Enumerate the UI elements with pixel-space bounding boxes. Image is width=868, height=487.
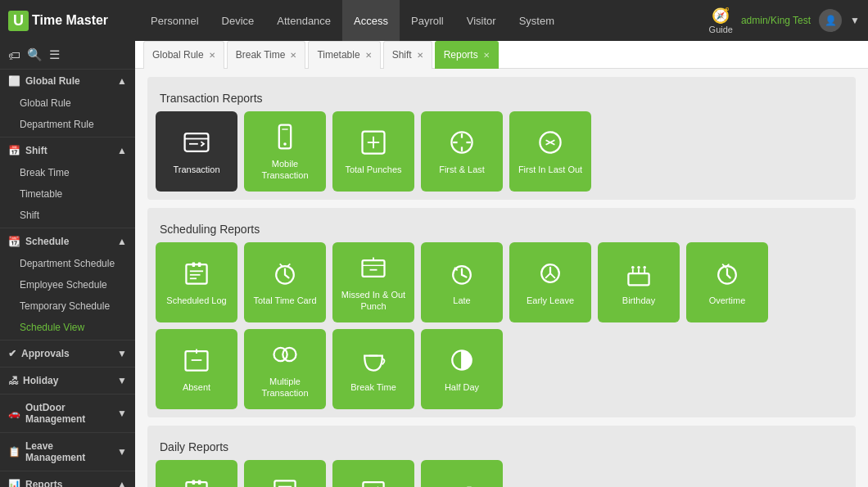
svg-rect-19	[192, 262, 196, 266]
sidebar-item-tempschedule[interactable]: Temporary Schedule	[0, 295, 135, 317]
reports-label: Reports	[25, 479, 62, 487]
multiple-transaction-label: Multiple Transaction	[248, 377, 322, 398]
card-scheduled-log[interactable]: Scheduled Log	[156, 242, 237, 322]
tab-timetable-label: Timetable	[317, 49, 359, 61]
tag-icon[interactable]: 🏷	[8, 48, 20, 62]
approvals-chevron: ▼	[117, 348, 127, 359]
schedule-chevron: ▲	[117, 236, 127, 247]
sidebar-item-empschedule[interactable]: Employee Schedule	[0, 274, 135, 295]
tab-reports-close[interactable]: ✕	[483, 51, 490, 60]
search-icon[interactable]: 🔍	[27, 47, 43, 62]
user-info[interactable]: admin/King Test	[741, 15, 811, 26]
sidebar-item-globalrule[interactable]: Global Rule	[0, 92, 135, 114]
nav-attendance[interactable]: Attendance	[265, 0, 342, 41]
sidebar-item-breaktime[interactable]: Break Time	[0, 162, 135, 183]
nav-device[interactable]: Device	[210, 0, 266, 41]
nav-visitor[interactable]: Visitor	[455, 0, 508, 41]
card-multiple-transaction[interactable]: Multiple Transaction	[244, 329, 326, 409]
missed-in-out-label: Missed In & Out Punch	[337, 290, 410, 311]
card-daily-summary[interactable]: Daily Summary	[332, 460, 414, 487]
leave-chevron: ▼	[117, 446, 127, 458]
guide-label: Guide	[709, 25, 733, 34]
nav-payroll[interactable]: Payroll	[400, 0, 455, 41]
late-icon	[447, 259, 477, 291]
outdoor-label: OutDoor Management	[25, 402, 112, 425]
total-time-card-icon	[270, 259, 300, 291]
first-last-label: First & Last	[439, 165, 485, 175]
card-late[interactable]: Late	[421, 242, 503, 322]
divider-5	[0, 394, 135, 395]
user-avatar[interactable]: 👤	[819, 9, 842, 32]
tab-shift-close[interactable]: ✕	[417, 51, 423, 60]
nav-personnel[interactable]: Personnel	[139, 0, 210, 41]
sidebar-header-approvals[interactable]: ✔ Approvals ▼	[0, 342, 135, 365]
sidebar-header-holiday[interactable]: 🏖 Holiday ▼	[0, 369, 135, 392]
content-area: Transaction Reports Transaction	[135, 69, 868, 487]
card-overtime[interactable]: Overtime	[686, 242, 768, 322]
sidebar-header-reports[interactable]: 📊 Reports ▲	[0, 473, 135, 487]
first-in-last-out-icon	[536, 128, 565, 160]
card-daily-status[interactable]: Daily Status	[421, 460, 503, 487]
user-dropdown-icon[interactable]: ▼	[850, 15, 860, 26]
card-break-time[interactable]: Break Time	[332, 329, 414, 409]
tab-breaktime-label: Break Time	[236, 49, 286, 61]
tab-globalrule-close[interactable]: ✕	[209, 51, 215, 60]
sidebar-item-departmentrule[interactable]: Department Rule	[0, 114, 135, 135]
logo-text: Time Master	[32, 13, 108, 28]
svg-rect-51	[192, 480, 196, 484]
sidebar-item-shift[interactable]: Shift	[0, 205, 135, 226]
guide-icon: 🧭	[712, 7, 730, 25]
sidebar-item-timetable[interactable]: Timetable	[0, 183, 135, 205]
tab-shift-label: Shift	[392, 49, 412, 61]
guide-button[interactable]: 🧭 Guide	[709, 7, 733, 34]
nav-access[interactable]: Access	[342, 0, 400, 41]
outdoor-icon: 🚗	[8, 408, 20, 419]
card-absent[interactable]: Absent	[156, 329, 237, 409]
card-first-in-last-out[interactable]: First In Last Out	[509, 111, 591, 192]
top-nav: U Time Master Personnel Device Attendanc…	[0, 0, 868, 41]
sidebar-top: 🏷 🔍 ☰	[0, 41, 135, 70]
tab-globalrule[interactable]: Global Rule ✕	[143, 41, 224, 69]
tab-breaktime[interactable]: Break Time ✕	[227, 41, 306, 69]
tab-shift[interactable]: Shift ✕	[383, 41, 432, 69]
missed-in-out-icon	[359, 253, 388, 285]
card-total-punches[interactable]: Total Punches	[332, 111, 414, 192]
tab-breaktime-close[interactable]: ✕	[290, 51, 296, 60]
logo-area: U Time Master	[8, 11, 123, 31]
divider-1	[0, 137, 135, 138]
sidebar-header-leave[interactable]: 📋 Leave Management ▼	[0, 435, 135, 469]
list-icon[interactable]: ☰	[49, 47, 60, 62]
break-time-label: Break Time	[350, 382, 396, 393]
card-birthday[interactable]: Birthday	[598, 242, 680, 322]
sidebar-header-schedule[interactable]: 📆 Schedule ▲	[0, 230, 135, 253]
sidebar-header-shift[interactable]: 📅 Shift ▲	[0, 139, 135, 162]
reports-icon: 📊	[8, 479, 20, 487]
total-punches-label: Total Punches	[345, 165, 401, 175]
daily-details-icon	[270, 476, 300, 487]
divider-6	[0, 432, 135, 433]
holiday-label: Holiday	[23, 375, 58, 386]
card-daily-details[interactable]: Daily Details	[244, 460, 326, 487]
card-transaction[interactable]: Transaction	[156, 111, 237, 192]
sidebar-section-schedule: 📆 Schedule ▲ Department Schedule Employe…	[0, 230, 135, 338]
tab-timetable-close[interactable]: ✕	[365, 51, 372, 60]
card-missed-in-out[interactable]: Missed In & Out Punch	[332, 242, 414, 322]
card-mobile-transaction[interactable]: Mobile Transaction	[244, 111, 326, 192]
svg-point-43	[283, 348, 296, 361]
tab-reports[interactable]: Reports ✕	[435, 41, 499, 69]
svg-point-4	[283, 143, 287, 147]
overtime-icon	[712, 259, 742, 291]
sidebar-item-deptschedule[interactable]: Department Schedule	[0, 253, 135, 274]
card-total-time-card[interactable]: Total Time Card	[244, 242, 326, 322]
tab-timetable[interactable]: Timetable ✕	[308, 41, 380, 69]
card-daily-attendance[interactable]: Daily Attendance	[156, 460, 237, 487]
nav-system[interactable]: System	[508, 0, 566, 41]
card-half-day[interactable]: Half Day	[421, 329, 503, 409]
card-early-leave[interactable]: Early Leave	[509, 242, 591, 322]
sidebar-header-globalrule[interactable]: ⬜ Global Rule ▲	[0, 70, 135, 92]
svg-rect-47	[186, 482, 206, 487]
nav-items: Personnel Device Attendance Access Payro…	[139, 0, 709, 41]
card-first-last[interactable]: First & Last	[421, 111, 503, 192]
sidebar-item-scheduleview[interactable]: Schedule View	[0, 317, 135, 338]
sidebar-header-outdoor[interactable]: 🚗 OutDoor Management ▼	[0, 396, 135, 431]
